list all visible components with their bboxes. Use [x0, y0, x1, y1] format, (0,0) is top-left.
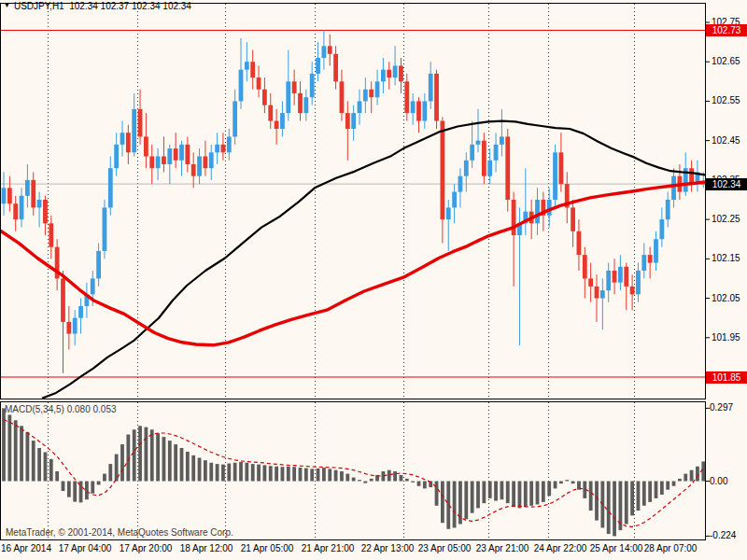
price-axis-label: 102.05 [712, 293, 740, 303]
macd-bar [393, 471, 397, 482]
time-axis-label: 21 Apr 05:00 [241, 543, 294, 553]
macd-bar [482, 482, 486, 504]
macd-bar [536, 482, 540, 505]
macd-bar [488, 482, 492, 498]
macd-bar [345, 474, 349, 482]
macd-bar [67, 482, 71, 497]
macd-bar [446, 482, 450, 529]
candle-body [636, 271, 641, 294]
macd-bar [180, 448, 184, 482]
candle-body [494, 145, 499, 161]
candle-body [49, 223, 53, 246]
candle-body [20, 196, 24, 219]
macd-bar [358, 480, 361, 481]
candle-body [654, 239, 658, 262]
macd-bar [103, 474, 106, 482]
candle-body [588, 278, 593, 286]
candle-body [7, 188, 12, 203]
candle-body [233, 101, 237, 136]
macd-bar [281, 467, 285, 481]
macd-bar [678, 479, 682, 482]
macd-bar [476, 482, 480, 509]
macd-bar [571, 482, 575, 484]
macd-bar [589, 482, 593, 511]
macd-bar [500, 482, 504, 500]
candle-body [482, 141, 486, 176]
price-axis-label: 101.95 [712, 332, 740, 343]
macd-bar [554, 482, 557, 489]
candle-body [13, 203, 18, 219]
candle-body [375, 81, 380, 97]
macd-bar [471, 482, 474, 513]
candle-body [345, 113, 350, 129]
candle-body [209, 152, 214, 168]
macd-bar [14, 420, 18, 481]
macd-bar [269, 466, 273, 481]
candle-body [204, 157, 208, 169]
candle-body [441, 121, 445, 220]
low-level-badge: 101.85 [706, 371, 747, 384]
candle-body [381, 70, 386, 82]
symbol-header: ▼USDJPY,H1 102.34 102.37 102.34 102.34 [4, 1, 191, 11]
candle-body [393, 65, 398, 77]
candle-body [221, 145, 226, 152]
macd-bar [198, 458, 202, 482]
candle-body [303, 97, 308, 113]
candle-body [399, 65, 403, 81]
candle-body [434, 74, 439, 121]
macd-bar [648, 482, 652, 502]
time-axis-label: 28 Apr 07:00 [644, 543, 698, 553]
candle-body [215, 145, 219, 152]
candle-body [66, 322, 71, 334]
macd-bar [317, 469, 320, 482]
chart-canvas[interactable] [0, 0, 747, 560]
macd-bar [26, 432, 30, 482]
symbol-dropdown-icon[interactable]: ▼ [4, 2, 10, 8]
candle-body [197, 157, 202, 176]
candle-body [298, 93, 303, 113]
macd-bar [204, 460, 207, 481]
macd-bar [55, 471, 59, 482]
macd-bar [275, 467, 278, 482]
candle-body [96, 251, 101, 279]
macd-bar [227, 464, 231, 482]
candle-body [577, 231, 582, 255]
macd-bar [684, 474, 687, 482]
candle-body [316, 58, 320, 74]
macd-bar [506, 482, 510, 504]
time-axis-label: 18 Apr 12:00 [180, 543, 233, 553]
time-axis-label: 25 Apr 14:00 [590, 543, 643, 553]
candle-body [292, 81, 297, 93]
candle-body [191, 164, 196, 176]
macd-bar [613, 482, 616, 537]
candle-body [114, 145, 119, 168]
macd-bar [97, 482, 101, 485]
candle-body [280, 113, 285, 129]
macd-bar [595, 482, 599, 521]
candle-body [144, 136, 148, 156]
copyright-text: MetaTrader, © 2001-2014, MetaQuotes Soft… [6, 527, 233, 538]
candle-body [227, 136, 232, 152]
candle-body [31, 180, 35, 208]
macd-bar [672, 482, 676, 486]
candle-body [446, 207, 451, 219]
candle-body [458, 176, 463, 192]
macd-bar [518, 482, 522, 509]
candle-body [138, 109, 143, 137]
candle-body [630, 287, 635, 294]
candle-body [470, 145, 474, 161]
macd-bar [458, 482, 462, 525]
macd-bar [607, 482, 611, 535]
time-axis-label: 17 Apr 20:00 [120, 543, 173, 553]
candle-body [618, 267, 623, 283]
macd-bar [120, 444, 124, 481]
macd-bar [251, 464, 255, 481]
candle-body [505, 136, 510, 200]
macd-bar [547, 482, 551, 497]
candle-body [422, 101, 427, 120]
macd-bar [156, 433, 160, 481]
macd-bar [666, 482, 669, 490]
macd-bar [37, 448, 41, 482]
macd-bar [322, 468, 326, 481]
candle-body [559, 152, 564, 184]
